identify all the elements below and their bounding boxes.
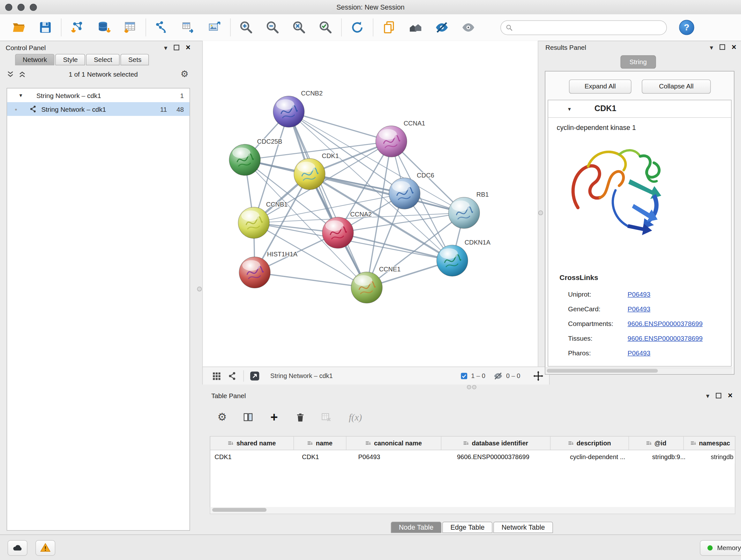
import-network-from-file-button[interactable] [64, 17, 90, 38]
network-view-button[interactable] [224, 369, 240, 383]
crosslink-link[interactable]: 9606.ENSP00000378699 [628, 334, 703, 342]
crosslink-link[interactable]: P06493 [628, 305, 650, 313]
column-header[interactable]: canonical name [346, 436, 441, 449]
network-edge[interactable] [289, 112, 391, 141]
network-graph[interactable]: CCNB2CCNA1CDC25BCDK1CDC6RB1CCNB1CCNA2CDK… [203, 41, 538, 367]
tab-string[interactable]: String [620, 55, 656, 68]
tab-style[interactable]: Style [56, 54, 85, 65]
horizontal-scrollbar-thumb[interactable] [212, 508, 266, 512]
column-header[interactable]: database identifier [441, 436, 550, 449]
splitter-handle[interactable] [538, 210, 543, 215]
double-chevron-down-icon[interactable] [7, 70, 14, 78]
hide-selected-button[interactable] [428, 17, 455, 38]
column-header[interactable]: namespac [684, 436, 737, 449]
hidden-eye-slash-icon[interactable] [493, 371, 503, 381]
crosslink-link[interactable]: P06493 [628, 349, 650, 357]
double-chevron-up-icon[interactable] [18, 70, 26, 78]
section-expander-icon[interactable]: ▼ [567, 106, 572, 111]
add-column-button[interactable]: + [266, 409, 282, 425]
copy-button[interactable] [376, 17, 402, 38]
tab-network[interactable]: Network [15, 54, 54, 65]
expand-all-button[interactable]: Expand All [569, 79, 631, 94]
horizontal-scrollbar[interactable] [210, 507, 736, 514]
table-row[interactable]: CDK1 CDK1 P06493 9606.ENSP00000378699 cy… [210, 450, 735, 463]
panel-close-icon[interactable]: × [186, 44, 191, 51]
crosslink-link[interactable]: P06493 [628, 290, 650, 298]
delete-column-button[interactable] [318, 409, 334, 425]
network-node-CCNB1[interactable] [238, 207, 269, 239]
zoom-fit-button[interactable] [286, 17, 313, 38]
network-node-CDKN1A[interactable] [436, 245, 468, 276]
panel-float-icon[interactable] [716, 393, 722, 399]
network-canvas[interactable]: CCNB2CCNA1CDC25BCDK1CDC6RB1CCNB1CCNA2CDK… [202, 41, 538, 367]
search-input[interactable] [517, 23, 662, 31]
collapse-all-button[interactable]: Collapse All [642, 79, 711, 94]
show-all-button[interactable] [455, 17, 482, 38]
panel-float-icon[interactable] [719, 44, 725, 50]
zoom-in-button[interactable] [233, 17, 259, 38]
node-label-CDK1: CDK1 [322, 152, 339, 159]
panel-close-icon[interactable]: × [731, 43, 736, 51]
network-node-RB1[interactable] [448, 197, 480, 229]
network-node-CDC6[interactable] [389, 178, 420, 209]
tab-node-table[interactable]: Node Table [391, 522, 442, 533]
new-network-from-table-button[interactable] [175, 17, 201, 38]
network-tree-child-row[interactable]: ● String Network – cdk1 11 48 [7, 102, 190, 116]
panel-menu-icon[interactable]: ▾ [164, 44, 167, 51]
zoom-out-button[interactable] [259, 17, 286, 38]
clone-network-button[interactable] [201, 17, 228, 38]
crosslink-link[interactable]: 9606.ENSP00000378699 [628, 320, 703, 327]
tab-network-table[interactable]: Network Table [494, 522, 553, 533]
save-session-button[interactable] [32, 17, 59, 38]
memory-button[interactable]: Memory [700, 540, 741, 556]
horizontal-scrollbar-thumb[interactable] [547, 369, 658, 373]
network-node-CCNB2[interactable] [273, 96, 305, 127]
function-builder-button[interactable]: f(x) [344, 409, 367, 425]
network-node-CCNA1[interactable] [376, 126, 407, 157]
tree-expander-icon[interactable]: ▼ [18, 92, 23, 98]
network-edge[interactable] [289, 112, 367, 288]
selected-checkbox-icon[interactable] [460, 372, 468, 380]
table-options-button[interactable]: ⚙ [214, 409, 230, 425]
column-header[interactable]: name [294, 436, 346, 449]
gear-icon[interactable]: ⚙ [181, 70, 189, 78]
network-node-CCNA2[interactable] [322, 217, 354, 248]
network-node-CDC25B[interactable] [229, 144, 260, 176]
horizontal-scrollbar[interactable] [546, 368, 732, 374]
houses-icon [408, 20, 422, 35]
panel-menu-icon[interactable]: ▾ [710, 44, 713, 51]
show-network-overview-button[interactable] [402, 17, 428, 38]
tab-select[interactable]: Select [86, 54, 120, 65]
network-node-CCNE1[interactable] [351, 272, 382, 303]
column-label: database identifier [472, 440, 528, 447]
search-box[interactable] [500, 20, 667, 35]
new-network-button[interactable] [148, 17, 175, 38]
zoom-selected-button[interactable] [313, 17, 339, 38]
panel-float-icon[interactable] [174, 44, 180, 51]
network-tree-root-row[interactable]: ▼ String Network – cdk1 1 [7, 88, 190, 102]
import-table-from-file-button[interactable] [117, 17, 143, 38]
column-header[interactable]: @id [629, 436, 684, 449]
window-title: Session: New Session [0, 3, 741, 11]
panel-menu-icon[interactable]: ▾ [706, 392, 709, 399]
open-session-button[interactable] [6, 17, 32, 38]
network-edge[interactable] [255, 272, 367, 287]
column-header[interactable]: description [550, 436, 629, 449]
grid-view-button[interactable] [208, 369, 224, 383]
help-icon[interactable]: ? [679, 20, 694, 35]
tab-sets[interactable]: Sets [121, 54, 149, 65]
tab-edge-table[interactable]: Edge Table [442, 522, 492, 533]
column-header[interactable]: shared name [210, 436, 294, 449]
refresh-button[interactable] [344, 17, 370, 38]
panel-close-icon[interactable]: × [728, 392, 733, 400]
network-node-HIST1H1A[interactable] [239, 257, 270, 288]
delete-row-button[interactable] [292, 409, 308, 425]
splitter-handle[interactable] [197, 287, 202, 292]
import-network-from-database-button[interactable] [90, 17, 117, 38]
warnings-button[interactable] [36, 540, 55, 556]
crosshair-icon[interactable] [533, 371, 543, 381]
network-node-CDK1[interactable] [294, 159, 325, 190]
show-columns-button[interactable] [240, 409, 256, 425]
export-view-button[interactable] [247, 369, 263, 383]
cloud-status-button[interactable] [8, 540, 27, 556]
